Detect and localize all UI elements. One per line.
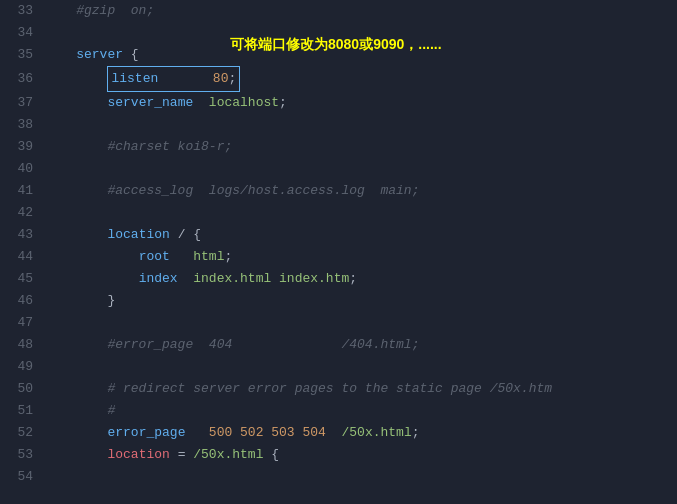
code-line: 41 #access_log logs/host.access.log main… xyxy=(0,180,677,202)
code-line-listen: 36 listen 80; xyxy=(0,66,677,92)
line-number: 43 xyxy=(0,224,45,246)
line-number: 48 xyxy=(0,334,45,356)
line-number: 39 xyxy=(0,136,45,158)
code-lines: 33 #gzip on; 34 35 server { 36 listen 80… xyxy=(0,0,677,488)
code-line: 38 xyxy=(0,114,677,136)
code-line: 47 xyxy=(0,312,677,334)
line-content: location = /50x.html { xyxy=(45,444,677,466)
code-line: 40 xyxy=(0,158,677,180)
annotation-tooltip: 可将端口修改为8080或9090，...... xyxy=(230,36,442,54)
code-line: 50 # redirect server error pages to the … xyxy=(0,378,677,400)
line-content: #gzip on; xyxy=(45,0,677,22)
code-line: 46 } xyxy=(0,290,677,312)
line-number: 53 xyxy=(0,444,45,466)
line-number: 35 xyxy=(0,44,45,66)
line-number: 50 xyxy=(0,378,45,400)
code-editor: 可将端口修改为8080或9090，...... 33 #gzip on; 34 … xyxy=(0,0,677,504)
code-line: 48 #error_page 404 /404.html; xyxy=(0,334,677,356)
line-content: #error_page 404 /404.html; xyxy=(45,334,677,356)
line-content: index index.html index.htm; xyxy=(45,268,677,290)
line-content: server_name localhost; xyxy=(45,92,677,114)
line-content: # xyxy=(45,400,677,422)
code-line: 37 server_name localhost; xyxy=(0,92,677,114)
line-content: #charset koi8-r; xyxy=(45,136,677,158)
code-line: 42 xyxy=(0,202,677,224)
line-number: 36 xyxy=(0,68,45,90)
line-number: 45 xyxy=(0,268,45,290)
line-number: 40 xyxy=(0,158,45,180)
code-line: 53 location = /50x.html { xyxy=(0,444,677,466)
line-number: 34 xyxy=(0,22,45,44)
line-number: 47 xyxy=(0,312,45,334)
code-line: 51 # xyxy=(0,400,677,422)
line-number: 44 xyxy=(0,246,45,268)
line-content: #access_log logs/host.access.log main; xyxy=(45,180,677,202)
line-content: # redirect server error pages to the sta… xyxy=(45,378,677,400)
line-content: root html; xyxy=(45,246,677,268)
code-line: 52 error_page 500 502 503 504 /50x.html; xyxy=(0,422,677,444)
code-line: 44 root html; xyxy=(0,246,677,268)
code-line: 43 location / { xyxy=(0,224,677,246)
line-number: 37 xyxy=(0,92,45,114)
line-number: 41 xyxy=(0,180,45,202)
line-number: 49 xyxy=(0,356,45,378)
line-number: 54 xyxy=(0,466,45,488)
line-number: 46 xyxy=(0,290,45,312)
code-line: 39 #charset koi8-r; xyxy=(0,136,677,158)
line-number: 52 xyxy=(0,422,45,444)
code-line: 45 index index.html index.htm; xyxy=(0,268,677,290)
line-content: listen 80; xyxy=(45,66,677,92)
line-content: } xyxy=(45,290,677,312)
line-content: error_page 500 502 503 504 /50x.html; xyxy=(45,422,677,444)
code-line: 33 #gzip on; xyxy=(0,0,677,22)
line-number: 42 xyxy=(0,202,45,224)
line-number: 51 xyxy=(0,400,45,422)
line-number: 33 xyxy=(0,0,45,22)
line-number: 38 xyxy=(0,114,45,136)
code-line: 54 xyxy=(0,466,677,488)
line-content: location / { xyxy=(45,224,677,246)
code-line: 49 xyxy=(0,356,677,378)
